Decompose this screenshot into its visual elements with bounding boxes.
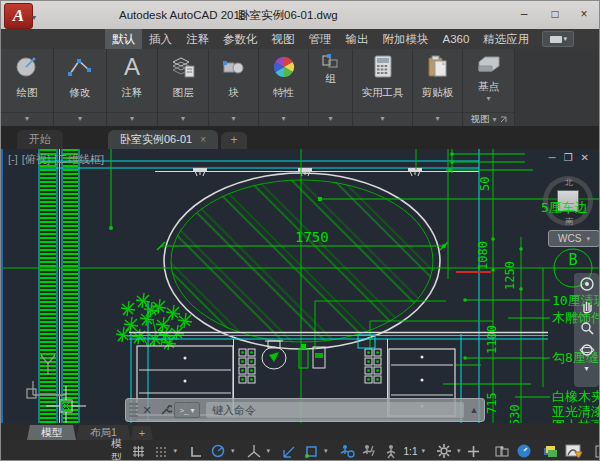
minimize-button[interactable]: – [509,1,539,27]
annotate-button[interactable]: A 注释 [119,49,145,112]
base-point-button[interactable]: 基点 ▾ [476,49,502,112]
properties-button[interactable]: 特性 [271,49,297,112]
view-panel-footer[interactable]: 视图 ▾ [463,112,514,126]
new-layout-button[interactable]: + [131,426,153,440]
panel-launcher-icon[interactable] [500,116,507,123]
chevron-down-icon[interactable]: ▾ [172,447,180,455]
panel-dropdown-arrow[interactable]: ▾ [209,112,258,126]
panel-label: 注释 [122,86,143,100]
annotation-scale-person-icon[interactable] [380,442,402,460]
panel-dropdown-arrow[interactable]: ▾ [107,112,157,126]
ribbon-tab-view[interactable]: 视图 [265,29,302,49]
ribbon-tab-insert[interactable]: 插入 [142,29,179,49]
new-drawing-tab-button[interactable]: + [221,132,247,149]
command-line-bar[interactable]: ✕ >_▾ 键入命令 ▲ [125,398,485,422]
viewport-style-label[interactable]: [二维线框] [54,153,104,165]
plant [116,293,192,350]
command-history-up-icon[interactable]: ▲ [464,405,484,415]
ribbon-panel-annotation: A 注释 ▾ [107,49,158,126]
command-grip-handle[interactable] [129,403,138,417]
command-input[interactable]: 键入命令 [206,402,464,418]
annotation-autoscale-icon[interactable] [358,442,380,460]
file-tab-start[interactable]: 开始 [17,130,63,149]
isolate-objects-icon[interactable] [513,442,535,460]
ribbon-tab-manage[interactable]: 管理 [302,29,339,49]
block-button[interactable]: 块 [221,49,247,112]
drawing-canvas[interactable]: 1750 50 1080 1250 1100 715 530 [1,149,600,423]
osnap-tracking-icon[interactable] [278,442,300,460]
panel-dropdown-arrow[interactable]: ▾ [309,112,352,126]
clean-screen-icon[interactable] [591,442,600,460]
ortho-mode-icon[interactable] [185,442,207,460]
panel-dropdown-arrow[interactable]: ▾ [353,112,412,126]
viewport-minimize-icon[interactable]: ─ [549,152,564,163]
panel-dropdown-arrow[interactable]: ▾ [259,112,308,126]
viewport-restore-icon[interactable]: ❐ [564,152,581,163]
grid-display-icon[interactable] [150,442,172,460]
workspace-gear-icon[interactable] [433,442,455,460]
chevron-down-icon[interactable]: ▾ [322,447,330,455]
panel-dropdown-arrow[interactable]: ▾ [413,112,462,126]
app-menu-icon[interactable]: A [4,3,33,29]
viewcube-north-label[interactable]: 北 [565,177,573,188]
close-button[interactable]: × [569,1,599,27]
vase-leaf [269,352,279,362]
app-menu-caret-icon[interactable]: ▾ [32,13,36,22]
navigation-wheel-icon[interactable] [574,273,599,295]
panel-dropdown-arrow[interactable]: ▾ [1,112,53,126]
annotation-scale-value[interactable]: 1:1 [402,446,420,457]
ribbon-tab-addins[interactable]: 附加模块 [376,29,436,49]
ribbon-tab-annotate[interactable]: 注释 [179,29,216,49]
command-close-icon[interactable]: ✕ [138,404,156,417]
pan-hand-icon[interactable] [574,295,599,317]
navbar-chevron-down-icon[interactable]: ▾ [574,361,599,375]
command-prompt-icon[interactable]: >_▾ [174,402,200,418]
viewport-controls-label[interactable]: [-] [8,153,18,165]
annotation-monitor-icon[interactable] [463,442,485,460]
chevron-down-icon[interactable]: ▾ [419,447,427,455]
clipboard-button[interactable]: 剪贴板 [422,49,454,112]
ribbon-tab-output[interactable]: 输出 [339,29,376,49]
object-snap-icon[interactable] [300,442,322,460]
zoom-icon[interactable] [574,317,599,339]
file-tab-close-icon[interactable]: × [200,130,206,149]
ribbon-tab-featured-apps[interactable]: 精选应用 [476,29,536,49]
chevron-down-icon[interactable]: ▾ [229,447,237,455]
file-tab-document[interactable]: 卧室实例06-01 × [108,130,218,149]
ribbon-tab-a360[interactable]: A360 [436,29,477,49]
utilities-button[interactable]: 实用工具 [362,49,404,112]
quick-properties-icon[interactable] [491,442,513,460]
isometric-drafting-icon[interactable] [243,442,265,460]
command-placeholder: 键入命令 [212,403,256,418]
viewcube-south-label[interactable]: 南 [565,216,573,227]
chevron-down-icon[interactable]: ▾ [265,447,273,455]
ribbon-tab-parametric[interactable]: 参数化 [216,29,265,49]
panel-dropdown-arrow[interactable]: ▾ [158,112,208,126]
panel-dropdown-arrow[interactable]: ▾ [54,112,106,126]
layers-button[interactable]: 图层 [170,49,196,112]
snap-grid-icon[interactable] [128,442,150,460]
model-space-button[interactable]: 模型 [105,437,128,461]
edge-note-text: 5厘车边 [541,199,588,217]
group-button[interactable]: 组 [321,49,341,112]
status-bar: 模型 ▾ ▾ ▾ ▾ 1:1 ▾ ▾ [1,440,600,461]
svg-text:1100: 1100 [485,325,499,354]
command-customize-wrench-icon[interactable] [156,404,174,417]
panel-label: 块 [228,86,239,100]
viewport-close-icon[interactable]: ✕ [581,152,597,163]
maximize-button[interactable]: □ [540,1,570,27]
viewport-view-label[interactable]: [俯视] [22,153,50,165]
graphics-performance-icon[interactable] [563,442,585,460]
draw-button[interactable]: 绘图 [14,49,40,112]
media-connect-icon[interactable]: ▾ [542,31,574,47]
modify-button[interactable]: 修改 [67,49,93,112]
svg-text:1250: 1250 [503,261,517,290]
orbit-icon[interactable] [574,339,599,361]
layout-tab-model[interactable]: 模型 [27,425,76,440]
annotation-visibility-icon[interactable] [336,442,358,460]
polar-tracking-icon[interactable] [207,442,229,460]
wcs-dropdown[interactable]: WCS ▾ [548,230,600,247]
hardware-acceleration-icon[interactable] [541,442,563,460]
ribbon-tab-home[interactable]: 默认 [105,29,142,49]
chevron-down-icon[interactable]: ▾ [455,447,463,455]
